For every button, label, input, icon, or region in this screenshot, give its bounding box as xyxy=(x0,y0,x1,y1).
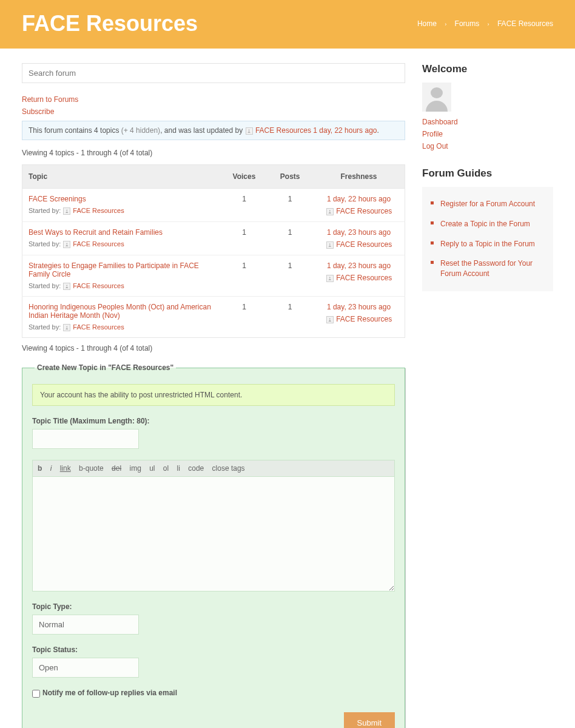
forum-guides-list: Register for a Forum AccountCreate a Top… xyxy=(422,187,553,291)
author-link[interactable]: FACE Resources xyxy=(73,323,124,331)
posts-cell: 1 xyxy=(267,189,313,222)
topic-link[interactable]: Honoring Indigenous Peoples Month (Oct) … xyxy=(29,303,211,320)
posts-cell: 1 xyxy=(267,297,313,338)
list-item: Register for a Forum Account xyxy=(431,194,545,214)
search-input[interactable] xyxy=(22,63,405,83)
freshness-link[interactable]: 1 day, 23 hours ago xyxy=(327,228,391,237)
list-item: Create a Topic in the Forum xyxy=(431,214,545,234)
topics-table: Topic Voices Posts Freshness FACE Screen… xyxy=(22,164,405,338)
avatar-icon xyxy=(326,208,334,215)
topic-link[interactable]: Best Ways to Recruit and Retain Families xyxy=(29,228,163,237)
avatar-icon xyxy=(63,283,70,290)
forum-info: This forum contains 4 topics (+ 4 hidden… xyxy=(22,121,405,140)
tool-bquote[interactable]: b-quote xyxy=(79,464,104,473)
profile-link[interactable]: Profile xyxy=(422,130,553,138)
notify-checkbox[interactable] xyxy=(32,690,40,698)
topic-link[interactable]: FACE Screenings xyxy=(29,195,86,203)
list-item: Reset the Password for Your Forum Accoun… xyxy=(431,254,545,284)
tool-del[interactable]: del xyxy=(112,464,121,473)
topic-type-label: Topic Type: xyxy=(32,602,395,611)
tool-code[interactable]: code xyxy=(188,464,204,473)
dashboard-link[interactable]: Dashboard xyxy=(422,118,553,126)
author-link[interactable]: FACE Resources xyxy=(336,315,392,323)
guide-link[interactable]: Reply to a Topic in the Forum xyxy=(440,240,535,248)
topic-title-label: Topic Title (Maximum Length: 80): xyxy=(32,417,395,425)
tool-italic[interactable]: i xyxy=(50,464,52,473)
col-voices: Voices xyxy=(221,165,267,189)
logout-link[interactable]: Log Out xyxy=(422,142,553,150)
topic-type-select[interactable]: Normal xyxy=(32,615,139,635)
table-row: FACE ScreeningsStarted by: FACE Resource… xyxy=(22,189,405,222)
author-link[interactable]: FACE Resources xyxy=(336,240,392,249)
topic-title-input[interactable] xyxy=(32,429,139,449)
form-notice: Your account has the ability to post unr… xyxy=(32,384,395,406)
freshness-link[interactable]: 1 day, 23 hours ago xyxy=(327,261,391,270)
tool-close-tags[interactable]: close tags xyxy=(212,464,245,473)
col-freshness: Freshness xyxy=(313,165,405,189)
tool-ol[interactable]: ol xyxy=(163,464,169,473)
forum-guides-heading: Forum Guides xyxy=(422,167,553,180)
subscribe-link[interactable]: Subscribe xyxy=(22,107,54,116)
table-row: Strategies to Engage Families to Partici… xyxy=(22,255,405,297)
tool-ul[interactable]: ul xyxy=(149,464,155,473)
posts-cell: 1 xyxy=(267,255,313,297)
breadcrumb-home[interactable]: Home xyxy=(417,19,437,28)
updater-link[interactable]: FACE Resources xyxy=(255,126,311,135)
breadcrumb-current: FACE Resources xyxy=(497,19,553,28)
col-posts: Posts xyxy=(267,165,313,189)
voices-cell: 1 xyxy=(221,297,267,338)
voices-cell: 1 xyxy=(221,255,267,297)
avatar-icon xyxy=(326,275,334,282)
author-link[interactable]: FACE Resources xyxy=(73,282,124,289)
breadcrumb: Home › Forums › FACE Resources xyxy=(417,19,553,28)
avatar-icon xyxy=(63,207,70,215)
breadcrumb-forums[interactable]: Forums xyxy=(455,19,480,28)
return-link[interactable]: Return to Forums xyxy=(22,95,78,104)
avatar-icon xyxy=(63,241,70,248)
list-item: Reply to a Topic in the Forum xyxy=(431,234,545,254)
guide-link[interactable]: Reset the Password for Your Forum Accoun… xyxy=(440,259,533,278)
avatar-icon xyxy=(326,241,334,249)
page-title: FACE Resources xyxy=(22,11,198,36)
submit-button[interactable]: Submit xyxy=(344,712,395,728)
editor-toolbar: b i link b-quote del img ul ol li code c… xyxy=(32,460,395,476)
avatar-icon xyxy=(326,316,334,323)
author-link[interactable]: FACE Resources xyxy=(73,240,124,248)
tool-bold[interactable]: b xyxy=(38,464,42,473)
tool-link[interactable]: link xyxy=(60,464,71,473)
form-legend: Create New Topic in "FACE Resources" xyxy=(35,363,176,372)
topic-status-label: Topic Status: xyxy=(32,645,395,654)
table-row: Honoring Indigenous Peoples Month (Oct) … xyxy=(22,297,405,338)
user-avatar xyxy=(422,83,451,112)
editor-textarea[interactable] xyxy=(32,476,395,592)
page-header: FACE Resources Home › Forums › FACE Reso… xyxy=(0,0,575,49)
avatar-icon xyxy=(246,127,253,135)
topic-link[interactable]: Strategies to Engage Families to Partici… xyxy=(29,261,199,278)
notify-label: Notify me of follow-up replies via email xyxy=(42,689,177,697)
tool-img[interactable]: img xyxy=(129,464,141,473)
topic-status-select[interactable]: Open xyxy=(32,658,139,678)
col-topic: Topic xyxy=(22,165,221,189)
voices-cell: 1 xyxy=(221,189,267,222)
author-link[interactable]: FACE Resources xyxy=(336,274,392,282)
update-time-link[interactable]: 1 day, 22 hours ago xyxy=(311,126,377,135)
avatar-icon xyxy=(63,324,70,331)
chevron-right-icon: › xyxy=(488,21,489,27)
chevron-right-icon: › xyxy=(445,21,446,27)
guide-link[interactable]: Create a Topic in the Forum xyxy=(440,220,530,228)
viewing-count-bottom: Viewing 4 topics - 1 through 4 (of 4 tot… xyxy=(22,344,405,352)
tool-li[interactable]: li xyxy=(177,464,180,473)
create-topic-form: Create New Topic in "FACE Resources" You… xyxy=(22,363,405,728)
author-link[interactable]: FACE Resources xyxy=(336,207,392,215)
freshness-link[interactable]: 1 day, 23 hours ago xyxy=(327,303,391,311)
table-row: Best Ways to Recruit and Retain Families… xyxy=(22,222,405,255)
welcome-heading: Welcome xyxy=(422,63,553,75)
viewing-count-top: Viewing 4 topics - 1 through 4 (of 4 tot… xyxy=(22,149,405,157)
author-link[interactable]: FACE Resources xyxy=(73,207,124,214)
guide-link[interactable]: Register for a Forum Account xyxy=(440,200,535,208)
freshness-link[interactable]: 1 day, 22 hours ago xyxy=(327,195,391,203)
posts-cell: 1 xyxy=(267,222,313,255)
voices-cell: 1 xyxy=(221,222,267,255)
